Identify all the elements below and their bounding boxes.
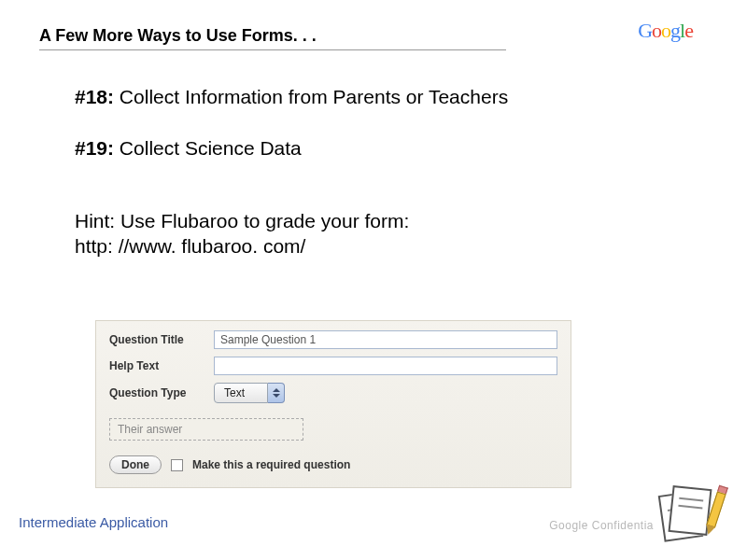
select-arrow-icon xyxy=(268,383,285,403)
help-text-input[interactable] xyxy=(214,357,557,375)
answer-placeholder-box: Their answer xyxy=(109,418,303,441)
question-title-label: Question Title xyxy=(109,333,214,346)
footer-confidential: Google Confidentia xyxy=(549,519,654,532)
slide-title: A Few More Ways to Use Forms. . . xyxy=(39,26,506,50)
question-type-label: Question Type xyxy=(109,386,214,399)
notepad-pencil-icon xyxy=(657,482,723,547)
question-type-select[interactable]: Text xyxy=(214,383,285,403)
question-title-input[interactable] xyxy=(214,330,557,349)
item-text: Collect Science Data xyxy=(114,137,302,159)
form-editor-panel: Question Title Help Text Question Type T… xyxy=(95,320,571,488)
item-number: #18: xyxy=(75,86,114,107)
required-label: Make this a required question xyxy=(192,458,350,471)
help-text-label: Help Text xyxy=(109,359,214,372)
done-button[interactable]: Done xyxy=(109,455,162,474)
question-type-value: Text xyxy=(214,383,268,403)
list-item: #19: Collect Science Data xyxy=(75,135,523,161)
list-item: #18: Collect Information from Parents or… xyxy=(75,84,523,109)
item-text: Collect Information from Parents or Teac… xyxy=(114,86,508,107)
footer-level: Intermediate Application xyxy=(19,514,168,530)
required-checkbox[interactable] xyxy=(171,459,183,471)
item-number: #19: xyxy=(75,137,114,159)
hint-line: Hint: Use Flubaroo to grade your form: xyxy=(75,208,523,233)
hint-text: Hint: Use Flubaroo to grade your form: h… xyxy=(75,208,523,259)
hint-url: http: //www. flubaroo. com/ xyxy=(75,233,523,259)
